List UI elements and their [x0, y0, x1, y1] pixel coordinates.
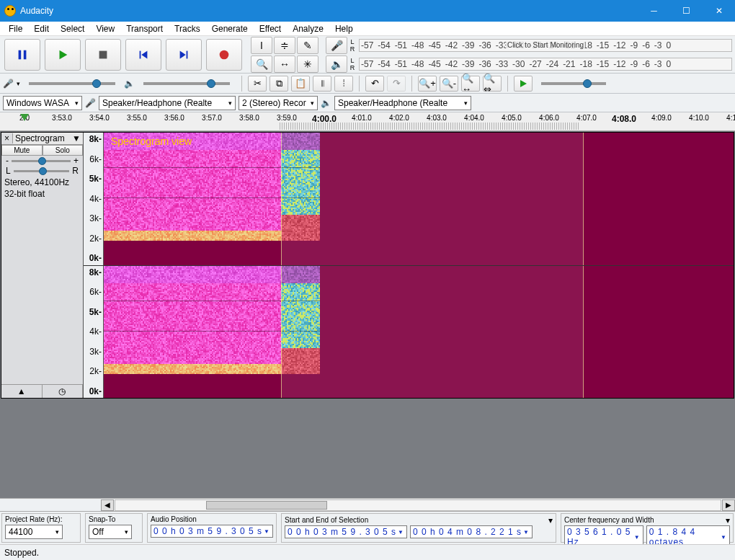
track-name-dropdown[interactable]: Spectrogram▼ [13, 133, 83, 144]
app-icon [4, 5, 16, 17]
cut-button[interactable]: ✂ [248, 76, 267, 92]
selection-region-2[interactable] [281, 266, 584, 399]
trim-button[interactable]: ⦀ [313, 76, 331, 92]
svg-rect-0 [19, 50, 22, 59]
stop-button[interactable] [85, 39, 121, 71]
selection-start-field[interactable]: 0 0 h 0 3 m 5 9 . 3 0 5 s▼ [285, 525, 407, 538]
selection-end-field[interactable]: 0 0 h 0 4 m 0 8 . 2 2 1 s▼ [410, 525, 533, 538]
gain-slider[interactable] [12, 160, 71, 162]
redo-button[interactable]: ↷ [387, 76, 406, 92]
draw-tool[interactable]: ✎ [297, 37, 318, 54]
play-button[interactable] [45, 39, 81, 71]
audio-pos-label: Audio Position [151, 515, 273, 523]
rec-device-combo[interactable]: Speaker/Headphone (Realte▾ [99, 96, 236, 110]
paste-button[interactable]: 📋 [291, 76, 310, 92]
fit-project-button[interactable]: 🔍⇔ [483, 76, 502, 92]
maximize-button[interactable]: ☐ [670, 0, 703, 22]
mic-icon: 🎤 [3, 79, 14, 89]
pan-slider[interactable] [14, 170, 70, 172]
scroll-left-button[interactable]: ◀ [101, 499, 114, 511]
collapse-button[interactable]: ▲ [1, 385, 43, 398]
vertical-scale[interactable]: 8k-6k-5k-4k-3k-2k-0k- [84, 133, 104, 265]
menubar: FileEditSelectViewTransportTracksGenerat… [0, 22, 735, 36]
mute-button[interactable]: Mute [1, 145, 43, 156]
menu-file[interactable]: File [3, 22, 28, 35]
waveform-channel-1[interactable]: Spectrogram view [104, 133, 734, 265]
zoom-tool[interactable]: 🔍 [251, 55, 272, 73]
recording-meter[interactable]: -57-54-51-48-45-42-39-36-33-30-27-24-21-… [359, 39, 732, 52]
pause-button[interactable] [4, 39, 40, 71]
svg-marker-9 [520, 80, 527, 87]
audio-position-field[interactable]: 0 0 h 0 3 m 5 9 . 3 0 5 s▼ [151, 525, 273, 538]
timeline-ruler[interactable]: 2.03:53.03:54.03:55.03:56.03:57.03:58.03… [0, 112, 735, 131]
selection-region[interactable] [281, 133, 584, 265]
snap-combo[interactable]: Off▾ [89, 525, 132, 539]
menu-view[interactable]: View [90, 22, 120, 35]
skip-end-button[interactable] [166, 39, 202, 71]
close-button[interactable]: ✕ [703, 0, 735, 22]
undo-button[interactable]: ↶ [365, 76, 384, 92]
menu-generate[interactable]: Generate [206, 22, 254, 35]
rec-meter-icon[interactable]: 🎤 [326, 37, 347, 54]
track-control-panel[interactable]: × Spectrogram▼ Mute Solo -+ LR Stereo, 4… [1, 133, 84, 398]
center-mode-combo[interactable]: ▾ [726, 515, 730, 525]
meter-l-label: LR [349, 38, 356, 53]
playhead-icon[interactable] [20, 114, 29, 121]
play-at-speed-button[interactable] [514, 76, 533, 92]
skip-start-button[interactable] [125, 39, 161, 71]
record-button[interactable] [206, 39, 242, 71]
spectrogram-annotation: Spectrogram view [111, 135, 192, 147]
playback-meter[interactable]: -57-54-51-48-45-42-39-36-33-30-27-24-21-… [359, 58, 732, 71]
mic-icon2: 🎤 [85, 98, 96, 108]
waveform-channel-2[interactable] [104, 266, 734, 399]
tracks-area: × Spectrogram▼ Mute Solo -+ LR Stereo, 4… [0, 131, 735, 498]
svg-marker-5 [141, 50, 147, 58]
rec-volume-slider[interactable] [29, 82, 115, 85]
horizontal-scrollbar[interactable]: ◀ ▶ [0, 498, 735, 511]
menu-select[interactable]: Select [55, 22, 90, 35]
vertical-scale-2[interactable]: 8k-6k-5k-4k-3k-2k-0k- [84, 266, 104, 399]
selection-label: Start and End of Selection [285, 516, 545, 524]
speaker-icon2: 🔈 [321, 98, 331, 108]
scroll-right-button[interactable]: ▶ [722, 499, 735, 511]
status-bar: Stopped. [0, 544, 735, 560]
timeshift-tool[interactable]: ↔ [274, 55, 295, 73]
silence-button[interactable]: ⦙ [334, 76, 353, 92]
svg-rect-1 [24, 50, 27, 59]
meter-click-text: Click to Start Monitoring [506, 41, 585, 49]
menu-edit[interactable]: Edit [28, 22, 55, 35]
play-device-combo[interactable]: Speaker/Headphone (Realte▾ [334, 96, 471, 110]
device-toolbar: Windows WASA▾ 🎤 Speaker/Headphone (Realt… [0, 94, 735, 112]
project-rate-combo[interactable]: 44100▾ [5, 525, 63, 539]
audio-host-combo[interactable]: Windows WASA▾ [3, 96, 82, 110]
solo-button[interactable]: Solo [43, 145, 84, 156]
svg-marker-6 [180, 50, 186, 58]
envelope-tool[interactable]: ≑ [274, 37, 295, 54]
multi-tool[interactable]: ✳ [297, 55, 318, 73]
window-title: Audacity [20, 6, 638, 16]
selection-tool[interactable]: I [251, 37, 272, 54]
rec-channels-combo[interactable]: 2 (Stereo) Recor▾ [239, 96, 318, 110]
play-speed-slider[interactable] [541, 82, 606, 85]
play-volume-slider[interactable] [143, 82, 230, 85]
menu-analyze[interactable]: Analyze [287, 22, 329, 35]
scroll-thumb[interactable] [206, 501, 327, 510]
track-close-button[interactable]: × [1, 133, 13, 143]
svg-rect-4 [140, 50, 141, 58]
selection-mode-combo[interactable]: ▾ [548, 515, 553, 525]
zoom-in-button[interactable]: 🔍+ [418, 76, 437, 92]
project-rate-label: Project Rate (Hz): [5, 515, 77, 523]
svg-point-8 [220, 50, 229, 59]
track-info: Stereo, 44100Hz 32-bit float [1, 176, 83, 201]
track-menu-button[interactable]: ◷ [43, 385, 84, 398]
menu-help[interactable]: Help [329, 22, 359, 35]
menu-tracks[interactable]: Tracks [169, 22, 206, 35]
snap-label: Snap-To [89, 515, 139, 523]
fit-selection-button[interactable]: 🔍↔ [461, 76, 480, 92]
menu-effect[interactable]: Effect [254, 22, 287, 35]
play-meter-icon[interactable]: 🔈 [326, 55, 347, 73]
minimize-button[interactable]: ─ [638, 0, 670, 22]
copy-button[interactable]: ⧉ [270, 76, 288, 92]
zoom-out-button[interactable]: 🔍- [440, 76, 458, 92]
menu-transport[interactable]: Transport [120, 22, 169, 35]
